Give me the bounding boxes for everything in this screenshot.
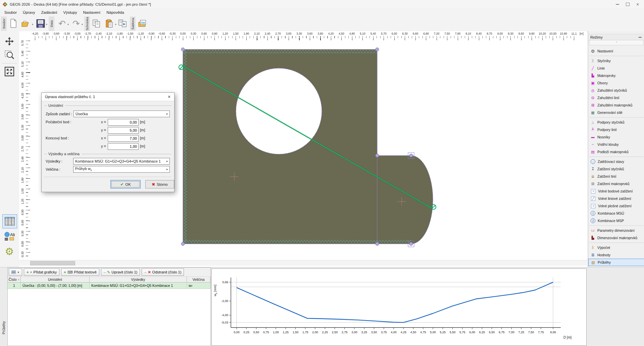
end-y-field[interactable] bbox=[108, 143, 139, 150]
horizontal-scrollbar[interactable] bbox=[19, 260, 587, 266]
sidebar-item-zatizeni-linii[interactable]: ⇊Zatížení linií bbox=[588, 173, 644, 180]
sidebar-item-dimenzovani-makroprvku[interactable]: ▙Dimenzování makroprvků bbox=[588, 234, 644, 242]
sidebar-item-zahusteni-stycniku[interactable]: ◎Zahuštění styčníků bbox=[588, 87, 644, 94]
x-tick-label: 7,00 bbox=[508, 331, 514, 334]
sidebar-item-zatizeni-stycniku[interactable]: ↧Zatížení styčníků bbox=[588, 165, 644, 173]
sidebar-item-volne-plosne-zatizeni[interactable]: ▪Volné plošné zatížení bbox=[588, 202, 644, 210]
sidebar-item-kombinace-msp[interactable]: 2Kombinace MSP bbox=[588, 217, 644, 224]
settings-view-button[interactable]: ⚙ bbox=[2, 245, 16, 258]
x-tick-label: 2,50 bbox=[332, 331, 338, 334]
legend-view-button[interactable]: Ab bbox=[2, 229, 16, 243]
menu-napoveda[interactable]: Nápověda bbox=[103, 9, 127, 15]
sidebar-item-volne-liniove-zatizeni[interactable]: ╱Volné liniové zatížení bbox=[588, 195, 644, 202]
dropdown-icon[interactable]: ▼ bbox=[115, 24, 117, 26]
dropdown-icon[interactable]: ▼ bbox=[67, 24, 69, 26]
copy-view-pages-button[interactable] bbox=[117, 16, 129, 30]
sidebar-item-vnitrni-klouby[interactable]: -•-Vnitřní klouby bbox=[588, 141, 644, 148]
pan-button[interactable] bbox=[2, 35, 16, 48]
sidebar-item-makroprvky[interactable]: ▙Makroprvky bbox=[588, 72, 644, 79]
sidebar-item-vypocet[interactable]: ⇩Výpočet bbox=[588, 244, 644, 251]
start-y-field[interactable] bbox=[108, 127, 139, 134]
sidebar-item-zahusteni-makroprvku[interactable]: ▨Zahuštění makroprvků bbox=[588, 101, 644, 109]
collapse-icon[interactable] bbox=[639, 37, 642, 38]
table-row[interactable]: 1Úsečka : (0,00; 5,00) - (7,00; 1,00) [m… bbox=[8, 283, 210, 289]
dropdown-icon[interactable]: ▼ bbox=[81, 24, 83, 26]
collapse-strip-button[interactable]: ⌃ bbox=[589, 40, 644, 45]
sidebar-item-podpory-stycniku[interactable]: ⊥Podpory styčníků bbox=[588, 119, 644, 126]
diagrams-panel: ▼ +⌖Přidat graficky+⌨Přidat textově‒✎Upr… bbox=[7, 267, 211, 346]
save-button[interactable]: ▼ bbox=[34, 16, 47, 30]
start-x-field[interactable] bbox=[108, 119, 139, 126]
menu-vystupy[interactable]: Výstupy bbox=[60, 9, 80, 15]
x-tick-label: 7,75 bbox=[538, 331, 544, 334]
open-template-button[interactable] bbox=[137, 16, 150, 30]
column-header-1[interactable]: Umístění bbox=[21, 276, 90, 283]
zoom-window-button[interactable] bbox=[2, 48, 16, 61]
column-header-2[interactable]: Výsledky bbox=[90, 276, 187, 283]
sidebar-item-kombinace-msu[interactable]: 1Kombinace MSÚ bbox=[588, 210, 644, 217]
end-x-field[interactable] bbox=[108, 135, 139, 142]
pridat-textove-button[interactable]: +⌨Přidat textově bbox=[61, 268, 99, 276]
table-view-icon bbox=[5, 217, 15, 226]
sidebar-item-linie[interactable]: ╱Linie bbox=[588, 64, 644, 72]
column-header-3[interactable]: Veličina bbox=[187, 276, 210, 283]
diagrams-toolbar: ▼ +⌖Přidat graficky+⌨Přidat textově‒✎Upr… bbox=[8, 268, 210, 276]
x-tick-label: 1,75 bbox=[302, 331, 308, 334]
panel-tab-prubehy[interactable]: Průběhy bbox=[0, 267, 7, 346]
table-view-button[interactable] bbox=[2, 214, 17, 228]
redo-button[interactable]: ↷▼ bbox=[69, 16, 83, 30]
sidebar-item-zahusteni-linii[interactable]: ⊖Zahuštění linií bbox=[588, 94, 644, 101]
sidebar-item-parametry-dimenzovani[interactable]: 1,2Parametry dimenzování bbox=[588, 227, 644, 234]
sidebar-item-volne-bodove-zatizeni[interactable]: •Volné bodové zatížení bbox=[588, 187, 644, 195]
menu-zadavani[interactable]: Zadávání bbox=[38, 9, 60, 15]
sidebar-item-zatizeni-makroprvku[interactable]: ▨Zatížení makroprvků bbox=[588, 180, 644, 187]
menu-soubor[interactable]: Soubor bbox=[1, 9, 20, 15]
storno-button[interactable]: ✖Storno bbox=[145, 180, 174, 188]
ok-button[interactable]: ✔OK bbox=[110, 180, 141, 188]
sidebar-item-nosniky[interactable]: ▬Nosníky bbox=[588, 133, 644, 141]
menu-nastaveni[interactable]: Nastavení bbox=[80, 9, 103, 15]
scrollbar-thumb[interactable] bbox=[30, 261, 75, 265]
dim-macro-icon: ▙ bbox=[590, 235, 595, 241]
sidebar-item-hodnoty[interactable]: ≣Hodnoty bbox=[588, 251, 644, 259]
chevron-up-icon: ⌃ bbox=[615, 41, 618, 44]
fit-view-button[interactable] bbox=[2, 65, 16, 78]
odstranit-button[interactable]: ‒✕Odstranit (číslo 1) bbox=[142, 268, 184, 276]
vysledky-combobox[interactable]: Kombinace MSÚ: G1+G2+Q3+G4+Q5 Kombinace … bbox=[73, 158, 170, 165]
velicina-combobox[interactable]: Průhyb wz ▼ bbox=[73, 166, 170, 173]
pridat-graficky-button[interactable]: +⌖Přidat graficky bbox=[24, 268, 59, 276]
model-canvas[interactable]: -4,20-3,90-3,60-3,30-3,00-2,70-2,40-2,10… bbox=[19, 31, 587, 267]
dropdown-icon[interactable]: ▼ bbox=[46, 24, 48, 26]
column-header-0[interactable]: Číslo▲ bbox=[8, 276, 21, 283]
sidebar-item-prubehy[interactable]: ▧Průběhy bbox=[588, 259, 644, 266]
mesh-icon: ▦ bbox=[590, 110, 595, 115]
open-file-button[interactable]: ▼ bbox=[20, 16, 33, 30]
chart-y-axis-label: wz [mm] bbox=[213, 278, 218, 302]
dialog-close-button[interactable]: × bbox=[166, 94, 172, 100]
sidebar-item-podpory-linii[interactable]: ╨Podpory linií bbox=[588, 126, 644, 133]
sidebar-item-podlozi-makroprvku[interactable]: ▤Podloží makroprvků bbox=[588, 148, 644, 156]
new-file-button[interactable] bbox=[8, 16, 19, 30]
x-tick-label: 5,25 bbox=[440, 331, 446, 334]
divider bbox=[589, 243, 644, 243]
close-button[interactable]: × bbox=[633, 0, 643, 9]
bottom-panel: Průběhy ▼ +⌖Přidat graficky+⌨Přidat text… bbox=[0, 267, 644, 346]
minimize-button[interactable] bbox=[612, 0, 623, 9]
sidebar-item-otvory[interactable]: ▣Otvory bbox=[588, 79, 644, 87]
sidebar-item-nastaveni[interactable]: ⚙Nastavení bbox=[588, 47, 644, 55]
dialog-titlebar[interactable]: Úprava vlastností průběhu č. 1 bbox=[42, 93, 174, 101]
upravit-button[interactable]: ‒✎Upravit (číslo 1) bbox=[101, 268, 140, 276]
maximize-button[interactable] bbox=[623, 0, 633, 9]
dropdown-icon[interactable]: ▼ bbox=[32, 24, 34, 26]
menubar: Soubor Úpravy Zadávání Výstupy Nastavení… bbox=[0, 9, 644, 16]
list-menu-button[interactable]: ▼ bbox=[9, 268, 22, 276]
add-graphic-icon: ⌖ bbox=[30, 270, 32, 274]
undo-button[interactable]: ↶▼ bbox=[55, 16, 69, 30]
copy-button[interactable] bbox=[91, 16, 102, 30]
paste-button[interactable]: ▼ bbox=[103, 16, 116, 30]
sidebar-item-stycniky[interactable]: ╳Styčníky bbox=[588, 57, 644, 64]
menu-upravy[interactable]: Úpravy bbox=[20, 9, 38, 15]
zpusob-combobox[interactable]: Úsečka ▼ bbox=[73, 111, 170, 117]
sidebar-item-generovani-site[interactable]: ▦Generování sítě bbox=[588, 109, 644, 116]
sidebar-item-zatezovaci-stavy[interactable]: ↓Zatěžovací stavy bbox=[588, 158, 644, 165]
